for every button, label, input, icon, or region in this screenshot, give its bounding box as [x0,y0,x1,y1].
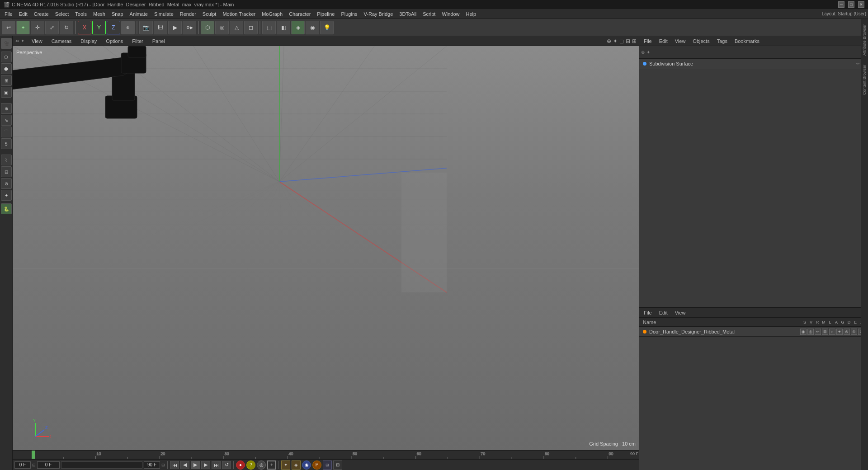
menu-script[interactable]: Script [420,10,438,18]
grid-button[interactable]: ⊞ [323,461,332,470]
motion-record-button[interactable]: ✦ [281,461,290,470]
attr-visibility-icon[interactable]: ◉ [800,329,807,335]
attr-object-row[interactable]: Door_Handle_Designer_Ribbed_Metal ◉ ◎ ✏ … [639,327,868,337]
play-button[interactable]: ▶ [191,461,200,469]
3d-viewport[interactable]: Perspective Grid Spacing : 10 cm X Y Z [13,46,639,450]
spline-tool[interactable]: ∿ [1,115,12,126]
attr-tag-icon[interactable]: ⊠ [822,329,828,335]
viewport-menu-display[interactable]: Display [79,38,99,45]
smooth-tool[interactable]: ⌒ [1,127,12,137]
mode-selection[interactable]: ⬡ [1,52,12,62]
key-button[interactable]: ? [246,461,255,470]
pos-button[interactable]: P [312,461,321,470]
menu-help[interactable]: Help [463,10,479,18]
loop-button[interactable]: ↺ [222,461,231,469]
python-button[interactable]: 🐍 [1,203,12,214]
move-button[interactable]: ✛ [31,21,44,34]
go-to-end-button[interactable]: ⏭ [212,461,221,469]
key-all-button[interactable]: + [267,461,276,470]
menu-render[interactable]: Render [177,10,199,18]
menu-plugins[interactable]: Plugins [338,10,360,18]
menu-file[interactable]: File [2,10,15,18]
point-mode-button[interactable]: ◻ [244,21,258,34]
axis-tool[interactable]: ⊕ [1,103,12,114]
smooth-shading-button[interactable]: ◉ [306,21,319,34]
object-mode-button[interactable]: ⬡ [201,21,214,34]
step-backward-button[interactable]: ◀ [180,461,189,469]
dope-sheet-button[interactable]: ⊟ [333,461,342,470]
menu-mesh[interactable]: Mesh [90,10,108,18]
menu-motion-tracker[interactable]: Motion Tracker [220,10,258,18]
menu-window[interactable]: Window [439,10,462,18]
maximize-button[interactable]: □ [848,1,854,8]
nav-icon-5[interactable]: ⊞ [632,38,637,44]
menu-character[interactable]: Character [286,10,313,18]
attr-key-icon[interactable]: ⊕ [851,329,857,335]
extrude-tool[interactable]: ⊟ [1,166,12,177]
menu-vray[interactable]: V-Ray Bridge [361,10,396,18]
light-button[interactable]: 💡 [320,21,334,34]
render-settings-button[interactable]: ⚙▶ [183,21,196,34]
auto-key-button[interactable]: ◎ [257,461,266,470]
obj-menu-view[interactable]: View [673,38,688,45]
obj-menu-file[interactable]: File [642,38,654,45]
close-button[interactable]: ✕ [858,1,864,8]
nav-icon-2[interactable]: ✦ [613,38,618,44]
viewport-menu-view[interactable]: View [30,38,44,45]
timeline-scrub[interactable] [61,461,142,469]
viewport-menu-cameras[interactable]: Cameras [50,38,74,45]
obj-menu-edit[interactable]: Edit [657,38,670,45]
menu-pipeline[interactable]: Pipeline [314,10,337,18]
tweak-mode[interactable]: ⬢ [1,63,12,74]
titlebar-controls[interactable]: ─ □ ✕ [838,1,864,8]
attr-render-icon[interactable]: ◎ [807,329,814,335]
obj-menu-objects[interactable]: Objects [691,38,711,45]
rotate-button[interactable]: ↻ [60,21,73,34]
polygon-mode-button[interactable]: ◎ [215,21,229,34]
render-to-picture-viewer-button[interactable]: 📷 [139,21,153,34]
axis-z-button[interactable]: Z [107,21,120,34]
timeline-ruler[interactable]: 0 10 20 30 40 50 60 70 [13,450,639,459]
minimize-button[interactable]: ─ [838,1,844,8]
undo-button[interactable]: ↩ [2,21,15,34]
viewport-menu-filter[interactable]: Filter [130,38,145,45]
subdivision-surface-item[interactable]: Subdivision Surface ✏ ✓ [639,59,868,69]
wireframe-button[interactable]: ⬚ [262,21,276,34]
end-frame-input[interactable] [144,461,160,469]
attr-menu-edit[interactable]: Edit [657,309,670,316]
menu-3dtoall[interactable]: 3DToAll [396,10,419,18]
axis-y-button[interactable]: Y [92,21,106,34]
phong-shading-button[interactable]: ◈ [291,21,305,34]
menu-mograph[interactable]: MoGraph [259,10,285,18]
viewport-menu-panel[interactable]: Panel [151,38,167,45]
menu-create[interactable]: Create [31,10,52,18]
camera-tool-button[interactable]: 🎥 [1,38,12,49]
attr-menu-view[interactable]: View [673,309,688,316]
nav-icon-3[interactable]: ◻ [619,38,624,44]
obj-edit-icon[interactable]: ✏ [856,61,860,66]
menu-snap[interactable]: Snap [109,10,126,18]
frame-value-input[interactable] [37,461,60,469]
obj-menu-tags[interactable]: Tags [715,38,729,45]
attr-weight-icon[interactable]: ⊗ [844,329,850,335]
timeline-extra-button[interactable]: ◈ [292,461,301,470]
magnet-tool[interactable]: $ [1,138,12,149]
knife-tool[interactable]: ⊘ [1,178,12,189]
render-region-button[interactable]: 🎞 [154,21,167,34]
menu-sculpt[interactable]: Sculpt [200,10,219,18]
paint-mode[interactable]: ▣ [1,87,12,98]
render-active-button[interactable]: ▶ [168,21,182,34]
menu-select[interactable]: Select [52,10,72,18]
attr-bone-icon[interactable]: ✦ [836,329,843,335]
current-frame-input[interactable] [14,461,31,469]
flat-shading-button[interactable]: ◧ [277,21,290,34]
axis-x-button[interactable]: X [78,21,91,34]
menu-simulate[interactable]: Simulate [151,10,176,18]
step-forward-button[interactable]: ▶ [201,461,210,469]
go-to-start-button[interactable]: ⏮ [170,461,179,469]
record-button[interactable]: ● [236,461,245,470]
brush-tool[interactable]: ⌇ [1,155,12,165]
attr-lock-icon[interactable]: ⌂ [829,329,835,335]
live-selection-button[interactable]: + [16,21,30,34]
nav-icon-4[interactable]: ⊟ [626,38,630,44]
